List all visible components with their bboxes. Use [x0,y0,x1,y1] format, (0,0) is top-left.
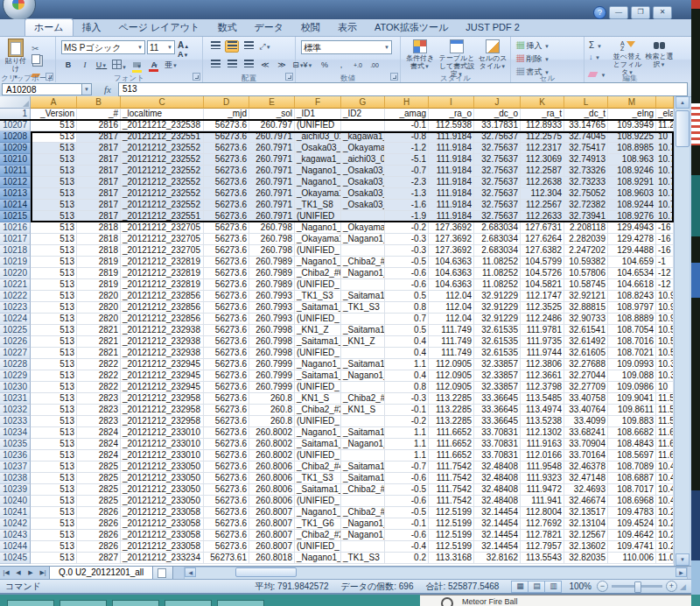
cell[interactable]: 513 [31,143,77,154]
cell[interactable]: 513 [31,553,77,564]
ribbon-tab[interactable]: 表示 [329,19,366,36]
cell[interactable]: -0.8 [385,131,429,143]
font-size-combo[interactable]: 11▼ [147,40,175,54]
cell[interactable]: 56273.6 [204,405,249,416]
cell[interactable]: 11.08252 [474,268,521,279]
cell[interactable]: 10.2 [656,541,674,553]
cell[interactable]: 2823 [77,405,121,416]
row-header[interactable]: 10245 [0,553,31,564]
cell[interactable]: _20121212_232819 [121,279,204,291]
cell[interactable]: (UNIFIED_ [295,416,341,427]
cell[interactable]: 56273.6 [204,473,249,484]
cell[interactable]: _20121212_233234 [121,553,204,564]
cell[interactable]: 111.749 [429,336,474,348]
cell[interactable]: 33.36645 [474,416,521,427]
cell[interactable]: 56273.6 [204,234,249,245]
cell[interactable]: 56273.6 [204,245,249,257]
zoom-out-button[interactable]: − [597,581,608,592]
cell[interactable]: 56273.6 [204,211,249,222]
row-header[interactable]: 10242 [0,518,31,530]
cell[interactable]: _Saitama1_ [341,462,385,473]
cell[interactable]: 260.7999 [249,382,295,393]
cell[interactable]: 2817 [77,154,121,166]
ribbon-tab[interactable]: 挿入 [74,19,110,36]
align-bottom-button[interactable] [242,40,256,53]
cell[interactable]: -0.7 [385,166,429,177]
cell[interactable]: 11.5 [656,405,674,416]
cell[interactable]: 260.7998 [249,325,295,336]
cell[interactable]: 56273.6 [204,416,249,427]
cell[interactable]: 108.9291 [608,177,656,188]
cell[interactable]: 112.1302 [521,427,564,439]
cell[interactable]: 108.8889 [608,314,656,325]
cell[interactable]: 112.5199 [429,507,474,518]
cell[interactable]: 104.6363 [429,279,474,291]
cell[interactable]: 56273.61 [204,553,249,564]
cell[interactable]: 108.963 [608,154,656,166]
cell[interactable]: 112.2587 [521,166,564,177]
cell[interactable]: 56273.6 [204,279,249,291]
cell[interactable]: 56273.6 [204,177,249,188]
cell[interactable]: 513 [31,416,77,427]
cell[interactable]: 108.9225 [608,131,656,143]
cell[interactable]: 32.61541 [564,325,608,336]
select-all-corner[interactable] [0,96,31,109]
column-header[interactable]: J [474,96,521,109]
cell[interactable]: 513 [31,450,77,462]
cell[interactable]: 2818 [77,234,121,245]
cell[interactable]: 2817 [77,211,121,222]
page-break-view-button[interactable]: ▥ [545,581,561,592]
cell[interactable]: 112.0166 [521,450,564,462]
ribbon-tab[interactable]: ページ レイアウト [110,19,209,36]
zoom-level[interactable]: 100% [569,581,592,591]
minimize-button[interactable]: — [609,6,628,19]
row-header[interactable]: 10214 [0,200,31,211]
cell[interactable]: 10.7 [656,200,674,211]
cell[interactable] [341,245,385,257]
row-header[interactable]: 10211 [0,166,31,177]
cell[interactable]: 127.3692 [429,222,474,234]
cell[interactable]: 1.1 [385,450,429,462]
cell[interactable]: 109.3949 [608,120,656,131]
cell[interactable]: 2.247202 [564,245,608,257]
cell[interactable]: 260.8007 [249,507,295,518]
column-header[interactable]: H [385,96,429,109]
cell[interactable]: _20121212_233050 [121,484,204,496]
cell[interactable]: 513 [31,222,77,234]
cell[interactable]: _kagawa1_C [295,154,341,166]
cell[interactable]: 32.13104 [564,518,608,530]
cell[interactable]: 11.5 [656,393,674,405]
cell[interactable]: 32.61535 [474,325,521,336]
grow-font-button[interactable]: A▲ [178,40,189,50]
cell[interactable]: 260.8002 [249,439,295,450]
office-button[interactable] [3,0,36,19]
cell[interactable]: 33.70904 [564,439,608,450]
cell[interactable]: 2819 [77,279,121,291]
cell[interactable]: 10.4 [656,496,674,507]
cell[interactable]: 113.4974 [521,405,564,416]
cell[interactable]: 111.9163 [521,439,564,450]
row-header[interactable]: 10232 [0,405,31,416]
cell[interactable]: 11.6 [656,450,674,462]
column-header[interactable]: F [295,96,341,109]
cell[interactable]: 0.8 [385,302,429,314]
cell[interactable]: 56273.6 [204,291,249,302]
cell[interactable]: 32.48408 [474,484,521,496]
cell[interactable]: 32.61535 [474,348,521,359]
cell[interactable]: -0.6 [385,268,429,279]
cell[interactable]: 513 [31,245,77,257]
cell[interactable]: 32.13602 [564,541,608,553]
cell[interactable]: _Chiba2_#2 [295,405,341,416]
cell[interactable]: _20121212_233058 [121,507,204,518]
cell[interactable]: 32.61605 [564,348,608,359]
cell[interactable]: 2818 [77,222,121,234]
cell[interactable]: 109.4642 [608,530,656,541]
cell[interactable]: 260.8007 [249,530,295,541]
cell[interactable]: _Okayama1 [341,143,385,154]
cell[interactable]: 10.4 [656,484,674,496]
cell[interactable]: _Nagano1_r [295,553,341,564]
cell[interactable]: 513 [31,530,77,541]
sort-filter-button[interactable]: A Z 並べ替えとフィルタ▼ [611,39,644,77]
cell[interactable]: 33.40758 [564,393,608,405]
cell[interactable]: _20121212_233058 [121,541,204,553]
